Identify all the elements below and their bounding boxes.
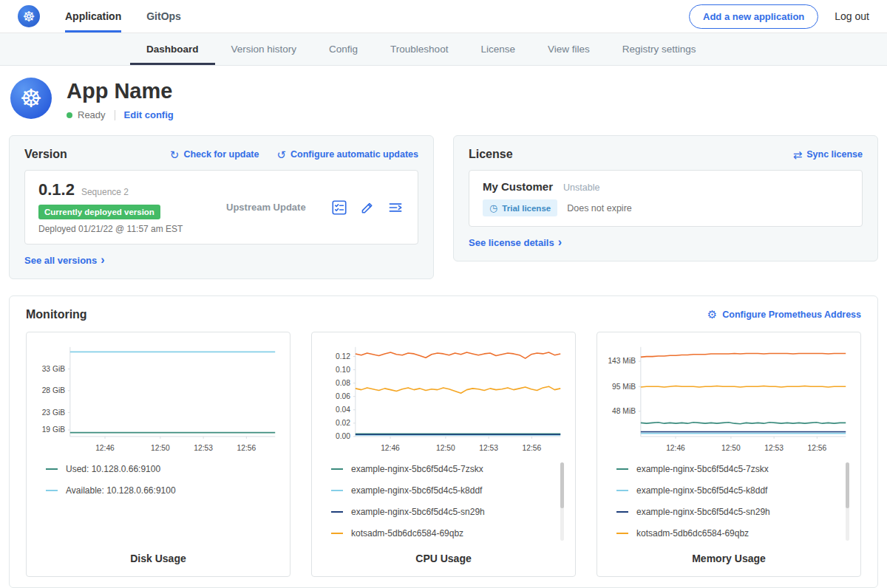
legend-label: example-nginx-5bc6f5d4c5-7zskx bbox=[636, 464, 769, 474]
sync-license-label: Sync license bbox=[806, 149, 863, 160]
legend-item: kotsadm-5db6dc6584-69qbz bbox=[331, 528, 554, 539]
edit-config-icon[interactable] bbox=[358, 199, 376, 216]
cpu-usage-card: 0.000.020.040.060.080.100.1212:4612:5012… bbox=[311, 332, 576, 577]
svg-text:0.10: 0.10 bbox=[336, 365, 350, 373]
legend-swatch bbox=[616, 490, 628, 491]
svg-text:28 GiB: 28 GiB bbox=[42, 386, 65, 394]
check-for-update-label: Check for update bbox=[183, 149, 259, 160]
configure-prometheus-link[interactable]: ⚙ Configure Prometheus Address bbox=[707, 309, 861, 320]
license-card-title: License bbox=[469, 148, 513, 161]
release-notes-icon[interactable] bbox=[330, 199, 348, 216]
tab-gitops[interactable]: GitOps bbox=[146, 0, 181, 33]
version-card: Version ↻ Check for update ↺ Configure a… bbox=[9, 135, 434, 279]
clock-icon: ◷ bbox=[489, 202, 497, 213]
legend-scrollbar[interactable] bbox=[560, 462, 564, 541]
tab-application[interactable]: Application bbox=[65, 0, 121, 33]
deploy-logs-icon[interactable] bbox=[387, 199, 404, 216]
svg-text:143 MiB: 143 MiB bbox=[608, 357, 636, 365]
svg-text:12:53: 12:53 bbox=[194, 444, 213, 452]
edit-config-link[interactable]: Edit config bbox=[124, 109, 174, 120]
legend-label: example-nginx-5bc6f5d4c5-k8ddf bbox=[351, 485, 482, 496]
legend-item: Available: 10.128.0.66:9100 bbox=[46, 485, 269, 496]
svg-text:0.12: 0.12 bbox=[336, 352, 350, 360]
memory-usage-chart: 48 MiB95 MiB143 MiB12:4612:5012:5312:56 bbox=[605, 341, 853, 455]
expiration-label: Does not expire bbox=[567, 203, 632, 213]
legend-swatch bbox=[46, 468, 58, 470]
cpu-usage-chart: 0.000.020.040.060.080.100.1212:4612:5012… bbox=[319, 341, 568, 455]
legend-swatch bbox=[616, 533, 628, 534]
summary-cards-row: Version ↻ Check for update ↺ Configure a… bbox=[0, 132, 887, 279]
logout-link[interactable]: Log out bbox=[835, 10, 869, 22]
disk-usage-chart: 19 GiB23 GiB28 GiB33 GiB12:4612:5012:531… bbox=[34, 341, 282, 455]
svg-text:23 GiB: 23 GiB bbox=[42, 408, 65, 416]
tab-dashboard[interactable]: Dashboard bbox=[130, 33, 215, 65]
see-all-versions-label: See all versions bbox=[24, 255, 97, 266]
tab-troubleshoot[interactable]: Troubleshoot bbox=[374, 33, 464, 65]
legend-label: Used: 10.128.0.66:9100 bbox=[66, 464, 160, 474]
legend-item: kotsadm-5db6dc6584-69qbz bbox=[616, 528, 840, 539]
configure-prometheus-label: Configure Prometheus Address bbox=[722, 310, 861, 320]
monitoring-title: Monitoring bbox=[26, 308, 87, 321]
legend-scrollbar[interactable] bbox=[846, 462, 849, 541]
sync-license-link[interactable]: ⇄ Sync license bbox=[793, 149, 863, 160]
memory-usage-legend: example-nginx-5bc6f5d4c5-7zskxexample-ng… bbox=[605, 455, 853, 548]
check-for-update-link[interactable]: ↻ Check for update bbox=[170, 149, 259, 160]
trial-license-badge: ◷ Trial license bbox=[483, 199, 557, 216]
cpu-usage-legend: example-nginx-5bc6f5d4c5-7zskxexample-ng… bbox=[319, 455, 568, 548]
top-nav: ☸ Application GitOps Add a new applicati… bbox=[0, 0, 887, 33]
current-version-box: 0.1.2 Sequence 2 Currently deployed vers… bbox=[24, 170, 418, 245]
legend-label: example-nginx-5bc6f5d4c5-sn29h bbox=[351, 507, 485, 517]
tab-config[interactable]: Config bbox=[313, 33, 374, 65]
license-details-box: My Customer Unstable ◷ Trial license Doe… bbox=[469, 170, 863, 227]
svg-text:12:50: 12:50 bbox=[151, 444, 170, 452]
legend-item: example-nginx-5bc6f5d4c5-k8ddf bbox=[616, 485, 840, 496]
chevron-right-icon: › bbox=[101, 254, 104, 266]
see-all-versions-link[interactable]: See all versions › bbox=[24, 254, 105, 266]
configure-automatic-updates-link[interactable]: ↺ Configure automatic updates bbox=[276, 149, 418, 160]
see-license-details-label: See license details bbox=[469, 237, 554, 248]
kubernetes-wheel-glyph: ☸ bbox=[20, 86, 42, 111]
svg-text:12:50: 12:50 bbox=[436, 444, 455, 452]
legend-swatch bbox=[46, 490, 58, 491]
legend-swatch bbox=[331, 533, 343, 534]
legend-item: Used: 10.128.0.66:9100 bbox=[46, 464, 269, 474]
svg-text:12:56: 12:56 bbox=[808, 444, 827, 452]
ready-status-dot bbox=[67, 112, 72, 118]
legend-label: kotsadm-5db6dc6584-69qbz bbox=[636, 528, 749, 539]
chart-title: CPU Usage bbox=[319, 548, 568, 570]
legend-scrollbar-thumb[interactable] bbox=[560, 462, 564, 508]
svg-text:12:46: 12:46 bbox=[666, 444, 685, 452]
legend-label: Available: 10.128.0.66:9100 bbox=[66, 485, 176, 496]
sync-icon: ⇄ bbox=[793, 149, 803, 160]
tab-registry-settings[interactable]: Registry settings bbox=[606, 33, 713, 65]
kubernetes-logo-icon: ☸ bbox=[18, 5, 40, 27]
see-license-details-link[interactable]: See license details › bbox=[469, 236, 562, 248]
legend-swatch bbox=[331, 468, 343, 470]
add-application-button[interactable]: Add a new application bbox=[689, 4, 818, 29]
legend-item: example-nginx-5bc6f5d4c5-7zskx bbox=[331, 464, 554, 474]
divider bbox=[115, 110, 115, 120]
svg-text:12:46: 12:46 bbox=[381, 444, 400, 452]
license-card: License ⇄ Sync license My Customer Unsta… bbox=[453, 135, 878, 261]
legend-swatch bbox=[331, 490, 343, 491]
disk-usage-legend: Used: 10.128.0.66:9100Available: 10.128.… bbox=[34, 455, 282, 548]
app-header: ☸ App Name Ready Edit config bbox=[0, 66, 887, 132]
legend-label: kotsadm-5db6dc6584-69qbz bbox=[351, 528, 463, 539]
svg-text:95 MiB: 95 MiB bbox=[612, 382, 636, 390]
legend-label: example-nginx-5bc6f5d4c5-7zskx bbox=[351, 464, 483, 474]
memory-usage-card: 48 MiB95 MiB143 MiB12:4612:5012:5312:56 … bbox=[597, 332, 861, 577]
auto-update-icon: ↺ bbox=[276, 149, 286, 160]
legend-swatch bbox=[616, 468, 628, 470]
refresh-icon: ↻ bbox=[170, 149, 180, 160]
customer-name: My Customer bbox=[483, 180, 553, 193]
chart-title: Memory Usage bbox=[605, 548, 853, 570]
legend-label: example-nginx-5bc6f5d4c5-k8ddf bbox=[636, 485, 767, 496]
tab-license[interactable]: License bbox=[464, 33, 531, 65]
tab-view-files[interactable]: View files bbox=[531, 33, 606, 65]
deployed-status-badge: Currently deployed version bbox=[38, 205, 160, 219]
svg-text:0.08: 0.08 bbox=[336, 379, 350, 387]
legend-scrollbar-thumb[interactable] bbox=[846, 462, 849, 508]
svg-text:0.04: 0.04 bbox=[336, 406, 350, 414]
version-card-title: Version bbox=[24, 148, 67, 161]
tab-version-history[interactable]: Version history bbox=[215, 33, 313, 65]
